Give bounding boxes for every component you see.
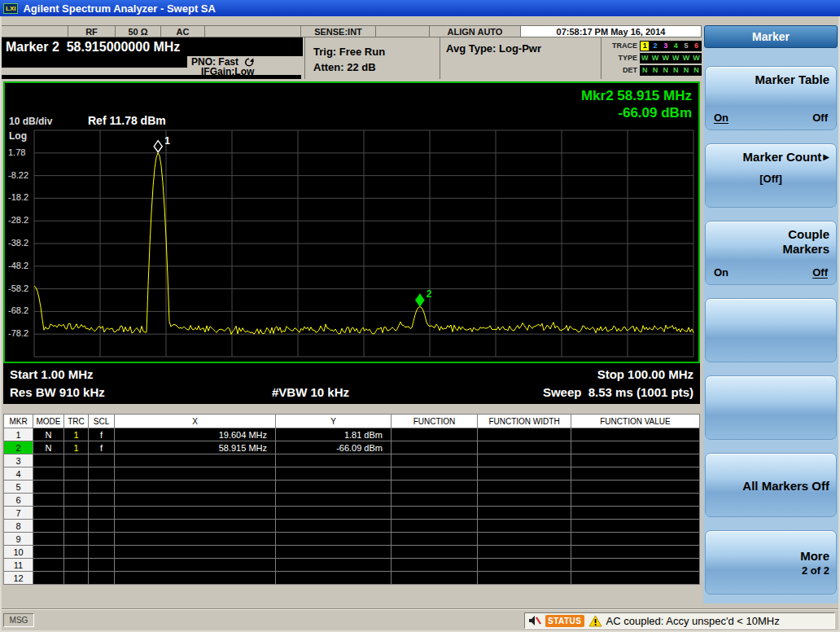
marker-table-header: TRC (64, 415, 89, 428)
marker-scale: f (89, 441, 115, 454)
softkey-marker-table[interactable]: Marker Table On Off (705, 66, 837, 130)
marker-number: 4 (4, 467, 33, 481)
couple-markers-label-2: Markers (712, 242, 829, 257)
marker-function (392, 572, 478, 585)
trace-digit-1: 1 (641, 42, 649, 50)
marker-mode: N (33, 428, 64, 441)
divider (440, 37, 440, 79)
trace-detectors: NNNNNN (640, 65, 702, 76)
warning-icon (588, 615, 602, 627)
marker-table-off[interactable]: Off (812, 112, 828, 124)
all-markers-off-label: All Markers Off (712, 459, 829, 512)
softkey-marker-count[interactable]: Marker Count ▶ [Off] (705, 143, 837, 208)
trace-type-value: W (693, 54, 701, 63)
spacer (703, 48, 838, 59)
marker-trace (64, 454, 89, 467)
marker-x-value (115, 533, 276, 546)
trace-det-value: N (641, 66, 649, 75)
marker-table-header: Y (276, 415, 392, 428)
marker-function (392, 494, 478, 507)
datetime-display: 07:58:17 PM May 16, 2014 (521, 26, 702, 37)
det-row-label: DET (604, 66, 640, 74)
couple-markers-off[interactable]: Off (812, 266, 828, 279)
marker-function-value (571, 546, 700, 559)
marker-trace (64, 481, 89, 494)
spectrum-analyzer-screen: LXI Agilent Spectrum Analyzer - Swept SA… (0, 0, 840, 632)
trace-det-value: N (672, 66, 680, 75)
align-indicator: ALIGN AUTO (430, 26, 521, 37)
marker-x-value (115, 481, 276, 494)
marker-number: 12 (4, 572, 33, 585)
marker-function-width (478, 481, 571, 494)
marker-scale (89, 481, 115, 494)
blank-cell (376, 26, 430, 37)
marker-function (392, 546, 478, 559)
marker-x-value (115, 572, 276, 585)
marker-table-header: X (115, 415, 276, 428)
divider-bar (2, 56, 187, 68)
trace-type-value: W (651, 54, 659, 63)
marker-table-header: SCL (89, 415, 115, 428)
marker-mode (33, 520, 64, 533)
marker-function-width (478, 454, 571, 467)
attenuation-status: Atten: 22 dB (313, 61, 376, 73)
marker-function (392, 533, 478, 546)
marker-number: 7 (4, 507, 33, 520)
graticule (34, 130, 693, 357)
start-frequency-label: Start 1.00 MHz (10, 367, 94, 381)
couple-markers-label-1: Couple (712, 227, 829, 242)
marker-mode (33, 559, 64, 572)
divider (601, 37, 602, 79)
softkey-all-markers-off[interactable]: All Markers Off (705, 453, 837, 517)
trace-det-value: N (693, 66, 701, 75)
softkey-slot-3: Couple Markers On Off (703, 214, 838, 292)
msg-indicator: MSG (3, 613, 34, 627)
marker-y-value (276, 572, 392, 585)
status-panel: STATUS AC coupled: Accy unspec'd < 10MHz (524, 612, 835, 629)
trace-det-value: N (662, 66, 670, 75)
softkey-couple-markers[interactable]: Couple Markers On Off (705, 221, 837, 285)
trace-type-value: W (641, 54, 649, 63)
window-title: Agilent Spectrum Analyzer - Swept SA (23, 2, 215, 15)
marker-function-value (571, 520, 700, 533)
marker-y-value (276, 520, 392, 533)
sweep-annotation-bar: Start 1.00 MHz Stop 100.00 MHz Res BW 91… (3, 363, 700, 404)
softkey-slot-4 (703, 292, 838, 369)
marker-y-value (276, 481, 392, 494)
marker-x-value (115, 546, 276, 559)
marker-number: 9 (4, 533, 33, 546)
couple-markers-on[interactable]: On (714, 266, 728, 279)
marker-trace (64, 507, 89, 520)
marker-function (392, 559, 478, 572)
spectrum-display: 12 Mkr2 58.915 MHz -66.09 dBm 10 dB/div … (3, 81, 700, 363)
stop-frequency-label: Stop 100.00 MHz (597, 367, 693, 381)
marker-table-on[interactable]: On (714, 112, 728, 124)
marker-function (392, 441, 478, 454)
softkey-more[interactable]: More 2 of 2 (705, 530, 837, 595)
marker-x-value: 58.915 MHz (115, 441, 276, 454)
marker-function-width (478, 467, 571, 481)
marker-number: 11 (4, 559, 33, 572)
marker-y-value (276, 467, 392, 481)
type-row-label: TYPE (604, 54, 640, 62)
marker-scale: f (89, 428, 115, 441)
status-message: AC coupled: Accy unspec'd < 10MHz (606, 615, 780, 627)
marker-function-value (571, 572, 700, 585)
y-axis-label: -58.2 (8, 283, 28, 293)
softkey-menu: Marker Marker Table On Off Marker Count … (703, 25, 838, 603)
log-scale-label: Log (9, 130, 27, 142)
marker-function-value (571, 481, 700, 494)
marker-count-label: Marker Count (712, 150, 821, 165)
marker-function-width (478, 572, 571, 585)
marker-function-value (571, 454, 700, 467)
marker-function-value (571, 494, 700, 507)
softkey-blank (705, 375, 837, 440)
marker-scale (89, 559, 115, 572)
marker-x-value (115, 494, 276, 507)
blank-cell (205, 26, 301, 37)
marker-scale (89, 572, 115, 585)
res-bw-label: Res BW 910 kHz (10, 385, 105, 399)
marker-table: MKRMODETRCSCLXYFUNCTIONFUNCTION WIDTHFUN… (3, 414, 700, 585)
trace-type-value: W (662, 54, 670, 63)
marker-function (392, 467, 478, 481)
